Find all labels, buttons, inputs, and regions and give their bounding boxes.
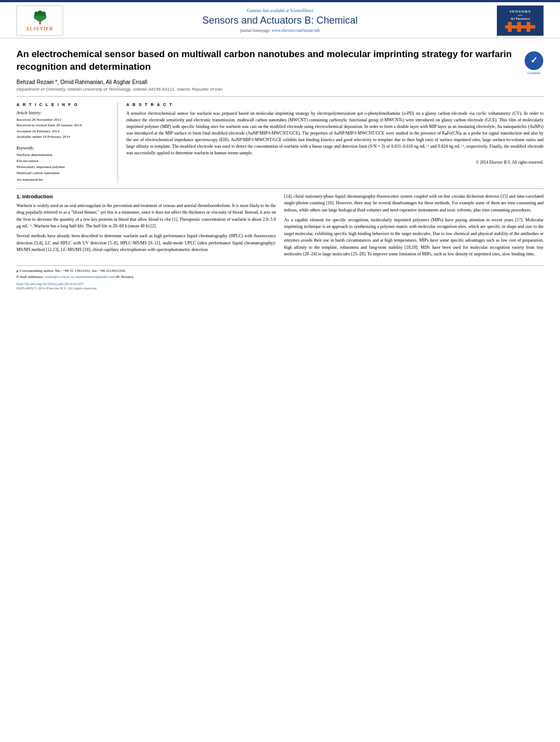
svg-text:✓: ✓: [530, 55, 537, 65]
journal-title-display: Sensors and Actuators B: Chemical: [71, 15, 489, 26]
article-title-text: An electrochemical sensor based on multi…: [16, 48, 519, 92]
crossmark-logo: ✓ CrossMark: [524, 51, 544, 70]
article-history: Article history: Received 28 November 20…: [16, 110, 111, 140]
intro-paragraph-2: Several methods have already been descri…: [16, 233, 276, 253]
body-right: [14], chiral stationary-phase liquid chr…: [284, 193, 544, 261]
body-two-col: 1. Introduction Warfarin is widely used …: [16, 193, 544, 261]
keyword-5: Au-nanoparticles: [16, 177, 111, 183]
issn-line: 0925-4005/© 2014 Elsevier B.V. All right…: [16, 286, 544, 291]
elsevier-brand-name: ELSEVIER: [26, 26, 53, 31]
journal-header: ELSEVIER Contents lists available at Sci…: [0, 2, 560, 38]
keyword-1: Warfarin determination: [16, 152, 111, 158]
article-info-header: A R T I C L E I N F O: [16, 102, 111, 107]
accepted-date: Accepted 10 February 2014: [16, 129, 111, 135]
journal-homepage: journal homepage: www.elsevier.com/locat…: [71, 28, 489, 33]
article-title-section: An electrochemical sensor based on multi…: [0, 38, 560, 96]
svg-point-6: [37, 10, 43, 16]
body-content: 1. Introduction Warfarin is widely used …: [0, 189, 560, 266]
keywords-section: Keywords: Warfarin determination Electro…: [16, 146, 111, 183]
keyword-4: Multiwall carbon nanotubes: [16, 170, 111, 176]
revised-date: Received in revised form 28 January 2014: [16, 122, 111, 129]
history-label: Article history:: [16, 110, 111, 115]
body-left: 1. Introduction Warfarin is widely used …: [16, 193, 276, 261]
footer-wrapper: ⁎ Corresponding author. Tel.: +98 31 139…: [0, 265, 560, 293]
abstract-section: A B S T R A C T A sensitive electrochemi…: [126, 102, 544, 165]
page: ELSEVIER Contents lists available at Sci…: [0, 0, 560, 742]
intro-right-paragraph-1: [14], chiral stationary-phase liquid chr…: [284, 193, 544, 214]
intro-paragraph-1: Warfarin is widely used as an oral antic…: [16, 203, 276, 230]
sensors-logo: SENSORS and AcTuators: [497, 5, 544, 36]
article-affiliation: Department of Chemistry, Isfahan Univers…: [16, 87, 519, 92]
journal-center: Contents lists available at ScienceDirec…: [63, 8, 497, 33]
keyword-3: Molecularly imprinted polymer: [16, 164, 111, 170]
intro-right-paragraph-2: As a capable element for specific recogn…: [284, 217, 544, 258]
journal-citation: Contents lists available at ScienceDirec…: [71, 8, 489, 13]
svg-rect-8: [508, 22, 512, 32]
abstract-text: A sensitive electrochemical sensor for w…: [126, 110, 544, 157]
available-date: Available online 19 February 2014: [16, 134, 111, 140]
doi-line: http://dx.doi.org/10.1016/j.snb.2014.02.…: [16, 282, 544, 286]
intro-title: 1. Introduction: [16, 193, 276, 199]
article-authors: Behzad Rezaei *, Omid Rahmanian, Ali Asg…: [16, 79, 519, 85]
footnote-corresponding: ⁎ Corresponding author. Tel.: +98 31 139…: [16, 268, 544, 274]
svg-rect-10: [527, 22, 530, 32]
received-date: Received 28 November 2013: [16, 117, 111, 123]
keywords-label: Keywords:: [16, 146, 111, 150]
abstract-column: A B S T R A C T A sensitive electrochemi…: [126, 102, 544, 183]
elsevier-logo: ELSEVIER: [16, 5, 63, 36]
svg-rect-9: [517, 22, 521, 32]
footer-section: ⁎ Corresponding author. Tel.: +98 31 139…: [16, 266, 544, 293]
footnote-email: E-mail addresses: rezaei@cc.iut.ac.ir, r…: [16, 274, 544, 280]
copyright-line: © 2014 Elsevier B.V. All rights reserved…: [126, 160, 544, 165]
article-info-abstract: A R T I C L E I N F O Article history: R…: [0, 97, 560, 188]
keyword-2: Electro-sensor: [16, 158, 111, 164]
article-title: An electrochemical sensor based on multi…: [16, 48, 519, 74]
abstract-header: A B S T R A C T: [126, 102, 544, 107]
article-info-column: A R T I C L E I N F O Article history: R…: [16, 102, 118, 183]
